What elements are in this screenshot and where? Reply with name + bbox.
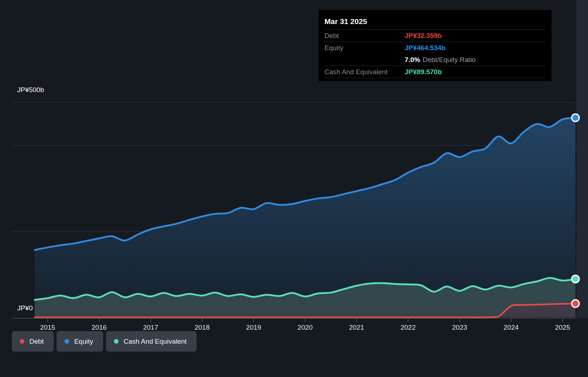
x-axis-label-2024: 2024 — [503, 324, 519, 331]
legend-dot-icon — [20, 339, 24, 344]
tooltip-equity-label: Equity — [324, 44, 405, 52]
tooltip-debt-value: JP¥32.359b — [405, 32, 442, 40]
tooltip-ratio-value: 7.0% — [405, 56, 420, 64]
tooltip-row-debt: Debt JP¥32.359b — [324, 29, 546, 42]
y-axis-label-500b: JP¥500b — [17, 86, 44, 94]
x-axis-label-2016: 2016 — [92, 324, 107, 331]
tooltip-cash-value: JP¥89.570b — [405, 68, 442, 76]
x-axis-label-2022: 2022 — [400, 324, 415, 331]
legend-dot-icon — [114, 339, 119, 344]
chart-tooltip: Mar 31 2025 Debt JP¥32.359b Equity JP¥46… — [319, 10, 551, 81]
tooltip-ratio-label: Debt/Equity Ratio — [423, 56, 476, 64]
tooltip-row-equity: Equity JP¥464.534b — [324, 42, 546, 54]
tooltip-date: Mar 31 2025 — [324, 14, 546, 29]
end-marker-cash-and-equivalent — [572, 275, 579, 283]
x-axis-label-2017: 2017 — [143, 324, 158, 331]
x-axis-label-2020: 2020 — [298, 324, 313, 331]
end-marker-equity — [572, 114, 579, 121]
legend-pill-debt[interactable]: Debt — [12, 331, 54, 352]
x-axis-label-2019: 2019 — [246, 324, 261, 331]
legend-pill-cash-and-equivalent[interactable]: Cash And Equivalent — [106, 331, 197, 352]
x-axis-label-2023: 2023 — [452, 324, 467, 331]
tooltip-equity-value: JP¥464.534b — [405, 44, 445, 52]
chart-legend: DebtEquityCash And Equivalent — [12, 331, 197, 352]
x-axis-label-2015: 2015 — [40, 324, 55, 331]
x-axis-label-2025: 2025 — [555, 324, 570, 331]
end-marker-debt — [572, 300, 579, 307]
x-axis-label-2021: 2021 — [349, 324, 364, 331]
tooltip-cash-label: Cash And Equivalent — [324, 68, 405, 76]
y-axis-label-0: JP¥0 — [17, 304, 33, 312]
tooltip-row-ratio: 7.0% Debt/Equity Ratio — [324, 54, 546, 66]
legend-dot-icon — [64, 339, 69, 344]
x-axis-label-2018: 2018 — [194, 324, 209, 331]
legend-label: Debt — [29, 338, 44, 345]
legend-label: Cash And Equivalent — [124, 338, 187, 345]
legend-label: Equity — [74, 338, 93, 345]
chart-page: JP¥500b JP¥0 201520162017201820192020202… — [0, 0, 588, 377]
tooltip-debt-label: Debt — [324, 32, 405, 40]
tooltip-row-cash: Cash And Equivalent JP¥89.570b — [324, 66, 546, 78]
legend-pill-equity[interactable]: Equity — [57, 331, 103, 352]
